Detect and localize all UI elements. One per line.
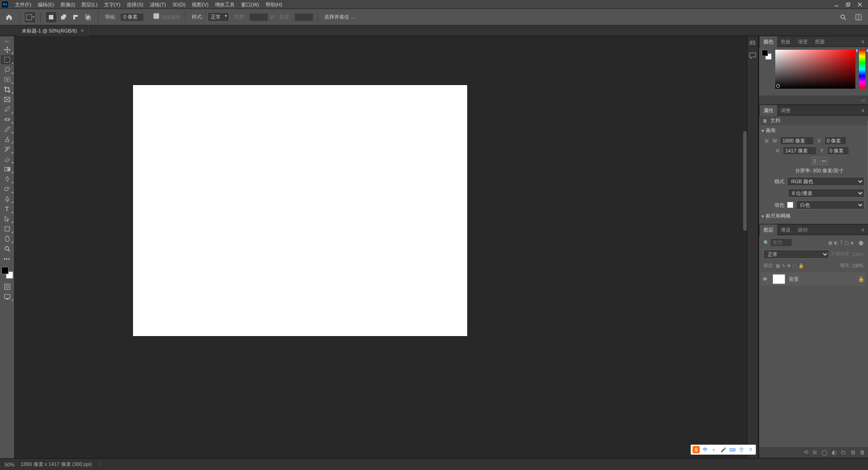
menu-edit[interactable]: 编辑(E) xyxy=(34,0,57,9)
link-wh-icon[interactable]: 𝌆 xyxy=(764,138,769,144)
visibility-toggle-icon[interactable]: 👁 xyxy=(763,276,769,282)
menu-image[interactable]: 图像(I) xyxy=(57,0,78,9)
selection-intersect[interactable] xyxy=(82,11,94,23)
zoom-tool[interactable] xyxy=(1,244,14,253)
filter-adjust-icon[interactable]: ◐ xyxy=(834,240,838,245)
window-restore-button[interactable] xyxy=(845,2,851,7)
panel-menu-icon[interactable]: ≡ xyxy=(859,108,867,113)
color-footer-icon[interactable]: ▭ xyxy=(861,97,865,103)
menu-select[interactable]: 选择(S) xyxy=(123,0,147,9)
ime-menu-icon[interactable]: ⠿ xyxy=(747,446,754,453)
zoom-level[interactable]: 50% xyxy=(5,462,14,467)
ime-skin-icon[interactable]: 👕 xyxy=(738,446,745,453)
tab-properties[interactable]: 属性 xyxy=(760,105,777,116)
color-mode-select[interactable]: RGB 颜色 xyxy=(787,177,864,186)
orient-portrait-icon[interactable]: ▯ xyxy=(811,157,818,165)
filter-pixel-icon[interactable]: ▦ xyxy=(828,240,832,245)
layer-row-background[interactable]: 👁 背景 🔒 xyxy=(761,272,866,286)
selection-new[interactable] xyxy=(45,11,57,23)
brush-tool[interactable] xyxy=(1,125,14,134)
comments-panel-icon[interactable] xyxy=(749,52,757,60)
canvas-height-input[interactable] xyxy=(783,147,816,154)
eraser-tool[interactable] xyxy=(1,155,14,164)
filter-toggle-icon[interactable]: ⬤ xyxy=(859,240,863,245)
canvas-section-header[interactable]: ▾画布 xyxy=(759,125,868,136)
pen-tool[interactable] xyxy=(1,195,14,204)
marquee-tool[interactable] xyxy=(1,55,14,64)
menu-filter[interactable]: 滤镜(T) xyxy=(147,0,169,9)
edit-toolbar[interactable]: ••• xyxy=(1,254,14,263)
bit-depth-select[interactable]: 8 位/通道 xyxy=(788,189,864,198)
doc-dimensions[interactable]: 1890 像素 x 1417 像素 (300 ppi) xyxy=(21,461,92,468)
filter-shape-icon[interactable]: ▢ xyxy=(844,240,849,245)
learn-panel-icon[interactable]: 85 xyxy=(749,39,757,47)
path-select-tool[interactable] xyxy=(1,214,14,223)
select-and-mask-button[interactable]: 选择并遮住 … xyxy=(323,14,357,20)
adjustment-icon[interactable]: ◐ xyxy=(832,449,836,456)
layer-thumbnail[interactable] xyxy=(773,274,785,284)
panel-menu-icon[interactable]: ≡ xyxy=(859,39,867,44)
search-icon[interactable] xyxy=(837,11,849,23)
ime-lang-indicator[interactable]: 中 xyxy=(702,446,709,453)
tab-patterns[interactable]: 图案 xyxy=(811,36,829,47)
lock-icon[interactable]: 🔒 xyxy=(858,276,864,282)
mask-icon[interactable]: ◯ xyxy=(821,449,827,456)
layer-name[interactable]: 背景 xyxy=(789,276,799,283)
selection-subtract[interactable] xyxy=(70,11,81,23)
menu-help[interactable]: 帮助(H) xyxy=(262,0,285,9)
menu-3d[interactable]: 3D(D) xyxy=(169,0,189,9)
layer-filter-select[interactable] xyxy=(771,239,792,246)
eyedropper-tool[interactable] xyxy=(1,105,14,114)
fx-icon[interactable]: fx xyxy=(813,449,817,456)
panel-menu-icon[interactable]: ≡ xyxy=(859,227,867,233)
selection-add[interactable] xyxy=(57,11,69,23)
hue-slider[interactable] xyxy=(859,50,865,89)
history-brush-tool[interactable] xyxy=(1,145,14,154)
frame-tool[interactable] xyxy=(1,95,14,104)
canvas-width-input[interactable] xyxy=(781,137,813,144)
home-button[interactable] xyxy=(4,12,14,23)
filter-type-icon[interactable]: T xyxy=(840,240,843,245)
close-tab-icon[interactable]: × xyxy=(81,25,84,36)
tab-layers[interactable]: 图层 xyxy=(760,224,777,235)
healing-tool[interactable] xyxy=(1,115,14,124)
style-select[interactable]: 正常 ▾ xyxy=(208,12,229,22)
ime-bar[interactable]: S 中 •, 🎤 ⌨ 👕 ⠿ xyxy=(691,445,756,455)
type-tool[interactable]: T xyxy=(1,204,14,214)
hand-tool[interactable] xyxy=(1,234,14,243)
menu-file[interactable]: 文件(F) xyxy=(12,0,34,9)
menu-window[interactable]: 窗口(W) xyxy=(238,0,262,9)
crop-tool[interactable] xyxy=(1,85,14,94)
tab-gradients[interactable]: 渐变 xyxy=(794,36,811,47)
saturation-value-picker[interactable] xyxy=(775,50,855,89)
quick-mask-tool[interactable] xyxy=(1,282,14,291)
tab-channels[interactable]: 通道 xyxy=(777,224,794,235)
filter-smart-icon[interactable]: ◈ xyxy=(850,240,854,245)
filter-search-icon[interactable]: 🔍 xyxy=(764,240,769,245)
canvas-area[interactable] xyxy=(14,36,747,458)
window-minimize-button[interactable] xyxy=(834,2,839,7)
collapse-toolbar-icon[interactable]: ▸▸ xyxy=(4,38,10,44)
delete-layer-icon[interactable]: 🗑 xyxy=(860,449,865,456)
share-icon[interactable] xyxy=(853,11,864,23)
lasso-tool[interactable] xyxy=(1,65,14,74)
tab-paths[interactable]: 路径 xyxy=(794,224,811,235)
menu-layer[interactable]: 图层(L) xyxy=(78,0,100,9)
document-canvas[interactable] xyxy=(133,85,467,336)
ime-punct-icon[interactable]: •, xyxy=(711,446,718,453)
document-tab[interactable]: 未标题-1 @ 50%(RGB/8) × xyxy=(17,25,89,36)
tab-swatches[interactable]: 色板 xyxy=(777,36,794,47)
feather-input[interactable] xyxy=(121,14,143,21)
status-chevron-icon[interactable]: 〉 xyxy=(98,461,103,468)
color-fgbg-swatch[interactable] xyxy=(762,50,772,60)
link-layers-icon[interactable]: ⟲ xyxy=(804,449,808,456)
ime-keyboard-icon[interactable]: ⌨ xyxy=(729,446,736,453)
foreground-background-colors[interactable] xyxy=(1,267,13,279)
move-tool[interactable] xyxy=(1,45,14,54)
tab-color[interactable]: 颜色 xyxy=(760,36,777,47)
menu-view[interactable]: 视图(V) xyxy=(189,0,212,9)
clone-stamp-tool[interactable] xyxy=(1,135,14,144)
blur-tool[interactable] xyxy=(1,175,14,184)
fill-color-select[interactable]: 白色 xyxy=(796,200,864,209)
marquee-tool-preset[interactable]: ▾ xyxy=(24,11,36,23)
